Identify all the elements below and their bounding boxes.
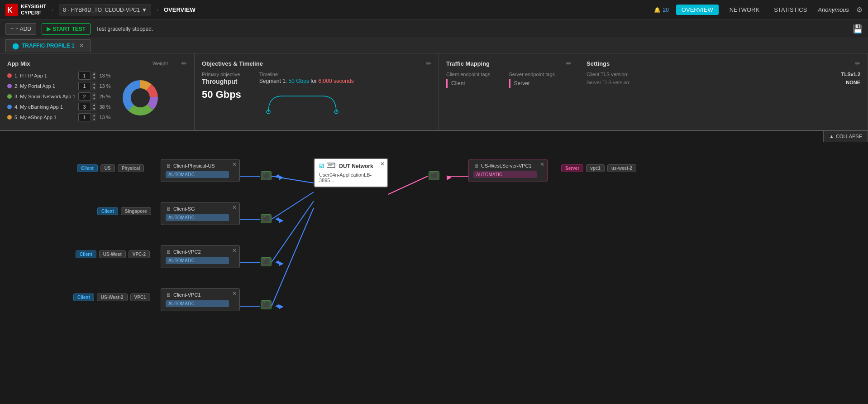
tab-network[interactable]: NETWORK [726,5,763,15]
dut-lb-text: User04n-ApplicationLB-3895... [319,172,383,183]
close-profile-tab-icon[interactable]: ✕ [79,43,84,49]
timeline-text: Segment 1: 50 Gbps for 6,000 seconds [259,78,354,84]
client-vpc1-node[interactable]: ✕ 🖥 Client-VPC1 AUTOMATIC [161,288,240,311]
svg-point-8 [131,89,149,107]
profile-tab-bar: ⬤ TRAFFIC PROFILE 1 ✕ [0,38,868,53]
client-sg-tags: Client Singapore [97,207,153,215]
client-physical-us-auto[interactable]: AUTOMATIC [166,171,229,178]
weight-ctrl-5: ▲ ▼ [78,113,97,121]
weight-up-4[interactable]: ▲ [92,103,97,107]
client-vpc2-node[interactable]: ✕ 🖥 Client-VPC2 AUTOMATIC [161,245,240,268]
toolbar: + + ADD ▶ START TEST Test gracefully sto… [0,20,868,38]
nav-overview-label: OVERVIEW [164,6,196,13]
timeline-section: Timeline Segment 1: 50 Gbps for 6,000 se… [259,72,354,120]
close-client-physical-us-icon[interactable]: ✕ [232,161,237,168]
connector-block-1[interactable]: ⬛ [261,171,272,180]
app-name-1: 1. HTTP App 1 [14,73,76,78]
color-dot-2 [7,84,12,88]
save-icon[interactable]: 💾 [853,24,863,34]
bell-button[interactable]: 🔔 20 [654,7,668,13]
close-dut-icon[interactable]: ✕ [380,161,385,167]
weight-up-2[interactable]: ▲ [92,82,97,86]
client-sg-node[interactable]: ✕ 🖥 Client-SG AUTOMATIC [161,202,240,225]
close-client-sg-icon[interactable]: ✕ [232,204,237,211]
weight-down-4[interactable]: ▼ [92,107,97,111]
server-endpoint-header: Server endpoint tags [509,72,572,77]
client-sg-title: 🖥 Client-SG [166,206,235,212]
nav-sep2: › [157,7,158,13]
app-name-4: 4. My eBanking App 1 [14,104,76,110]
client-vpc1-label: Client-VPC1 [173,292,201,298]
settings-header: Settings ✏ [587,60,860,67]
tag-us-west-server: us-west-2 [607,164,636,172]
tag-vpc2-1: VPC-2 [129,250,150,258]
connector-block-server[interactable]: ⬛ [429,171,439,180]
close-client-vpc2-icon[interactable]: ✕ [232,247,237,254]
start-test-button[interactable]: ▶ START TEST [42,23,91,35]
add-button[interactable]: + + ADD [5,23,36,35]
arrow-right-1: ▶ [279,173,284,181]
pct-1: 13 % [99,73,110,78]
svg-text:K: K [7,6,13,14]
user-label: Anonymous [818,6,849,13]
connector-block-4[interactable]: ⬛ [261,300,272,309]
svg-marker-22 [275,304,279,308]
tab-statistics[interactable]: STATISTICS [770,5,811,15]
list-item: 5. My eShop App 1 ▲ ▼ 13 % [7,113,111,121]
tag-client-2: Client [97,207,118,215]
client-endpoint-header: Client endpoint tags [446,72,509,77]
traffic-mapping-title: Traffic Mapping [446,60,490,67]
client-sg-auto[interactable]: AUTOMATIC [166,214,229,221]
weight-input-4[interactable] [78,103,91,111]
weight-down-2[interactable]: ▼ [92,86,97,90]
logo: K KEYSIGHT CYPERF [5,4,46,16]
traffic-profile-tab[interactable]: ⬤ TRAFFIC PROFILE 1 ✕ [5,39,91,52]
list-item: 2. My Portal App 1 ▲ ▼ 13 % [7,82,111,90]
server-endpoint-val: Server [509,79,572,88]
tab-overview[interactable]: OVERVIEW [676,5,719,15]
svg-line-16 [272,201,314,262]
client-vpc2-label: Client-VPC2 [173,249,201,255]
nav-project-dropdown[interactable]: 8 - HYBRID_TO_CLOUD-VPC1 ▼ [59,5,151,15]
traffic-mapping-edit-icon[interactable]: ✏ [566,60,572,67]
weight-input-2[interactable] [78,82,91,90]
server-vpc1-node[interactable]: ✕ 🖥 US-West,Server-VPC1 AUTOMATIC [468,159,548,182]
app-mix-edit-icon[interactable]: ✏ [181,60,187,67]
weight-up-3[interactable]: ▲ [92,92,97,96]
weight-down-3[interactable]: ▼ [92,96,97,101]
svg-marker-20 [275,217,279,221]
connector-block-3[interactable]: ⬛ [261,257,272,266]
dut-network-node[interactable]: ✕ ☑ DUT Network User04n-ApplicationLB-38… [314,158,388,188]
weight-input-3[interactable] [78,92,91,101]
gear-icon[interactable]: ⚙ [856,5,863,14]
app-name-3: 3. My Social Network App 1 [14,94,76,99]
weight-down-1[interactable]: ▼ [92,76,97,80]
settings-edit-icon[interactable]: ✏ [855,60,860,67]
client-vpc1-auto[interactable]: AUTOMATIC [166,300,229,307]
close-server-vpc1-icon[interactable]: ✕ [540,161,544,168]
chevron-down-icon: ▼ [142,7,147,13]
setting-row-1: Client TLS version: TLSv1.2 [587,72,860,77]
weight-up-5[interactable]: ▲ [92,113,97,117]
timeline-chart-svg [259,87,350,119]
objectives-edit-icon[interactable]: ✏ [426,60,431,67]
nav-sep1: › [52,7,53,13]
weight-input-5[interactable] [78,113,91,121]
connector-block-2[interactable]: ⬛ [261,214,272,223]
weight-down-5[interactable]: ▼ [92,117,97,121]
endpoint-tags: Client endpoint tags Client Server endpo… [446,72,572,88]
tag-client-4: Client [73,293,94,301]
pct-3: 25 % [99,94,110,99]
client-sg-label: Client-SG [173,206,195,212]
weight-up-1[interactable]: ▲ [92,72,97,76]
close-client-vpc1-icon[interactable]: ✕ [232,290,237,297]
timeline-prefix: Segment 1: [259,78,289,84]
timeline-mid: for [309,78,319,84]
top-panels: App Mix Weight ✏ 1. HTTP App 1 ▲ ▼ [0,53,868,131]
add-label: + ADD [15,26,31,32]
client-vpc2-auto[interactable]: AUTOMATIC [166,257,229,264]
server-vpc1-auto[interactable]: AUTOMATIC [473,171,537,178]
app-mix-body: 1. HTTP App 1 ▲ ▼ 13 % 2. M [7,72,187,124]
client-physical-us-node[interactable]: ✕ 🖥 Client-Physical-US AUTOMATIC [161,159,240,182]
weight-input-1[interactable] [78,72,91,80]
